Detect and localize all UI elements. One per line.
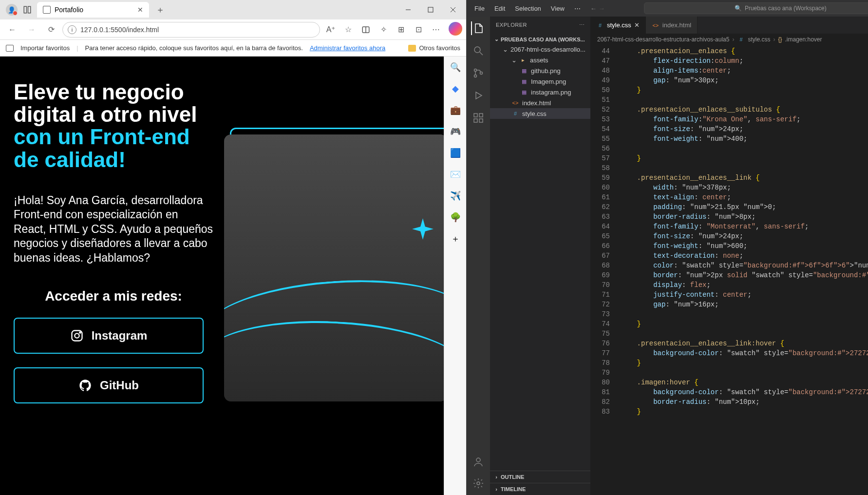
profile-icon[interactable]: 👤: [6, 4, 18, 16]
tree-icon[interactable]: 🌳: [449, 210, 462, 224]
svg-point-10: [79, 332, 80, 333]
breadcrumb-file: style.css: [748, 36, 770, 43]
page-body: Eleve tu negocio digital a otro nivel co…: [0, 57, 444, 495]
search-icon: 🔍: [735, 5, 742, 12]
run-debug-icon[interactable]: [472, 89, 485, 102]
menu-view[interactable]: View: [547, 3, 568, 14]
address-bar[interactable]: i 127.0.0.1:5500/index.html: [62, 22, 320, 38]
outline-section[interactable]: › OUTLINE: [490, 471, 590, 483]
menu-selection[interactable]: Selection: [511, 3, 545, 14]
close-tab-icon[interactable]: ✕: [137, 6, 143, 14]
svg-rect-0: [24, 6, 26, 13]
file-instagram-png[interactable]: ▦ instagram.png: [490, 87, 590, 97]
svg-point-21: [474, 75, 477, 77]
window-controls: [397, 2, 464, 18]
svg-point-9: [75, 333, 79, 338]
assets-folder[interactable]: ⌄ ▸ assets: [490, 55, 590, 65]
split-icon[interactable]: [358, 22, 374, 38]
photo-wrap: [224, 134, 444, 407]
search-activity-icon[interactable]: [472, 44, 485, 57]
explorer-sidebar: EXPLORER ⋯ ⌄ PRUEBAS CASO ANA (WORKS... …: [490, 17, 590, 495]
collections-icon[interactable]: ✧: [376, 22, 391, 38]
breadcrumb[interactable]: 2067-html-css-desarrollo-estructura-arch…: [590, 34, 868, 45]
vscode-titlebar: File Edit Selection View ⋯ ← → 🔍 Pruebas…: [467, 0, 868, 17]
admin-favorites-link[interactable]: Administrar favoritos ahora: [310, 44, 385, 52]
svg-rect-24: [474, 114, 477, 117]
site-info-icon[interactable]: i: [68, 25, 76, 34]
explorer-icon[interactable]: [471, 21, 485, 35]
activity-bar: [467, 17, 490, 495]
plus-sidebar-icon[interactable]: ＋: [449, 232, 462, 246]
image-file-icon: ▦: [520, 88, 528, 96]
back-button[interactable]: ←: [4, 21, 20, 38]
blue-lozenge-icon[interactable]: ◆: [449, 82, 462, 95]
search-sidebar-icon[interactable]: 🔍: [449, 60, 462, 74]
extensions-activity-icon[interactable]: [472, 111, 485, 125]
breadcrumb-folder: 2067-html-css-desarrollo-estructura-arch…: [597, 36, 729, 43]
new-tab-button[interactable]: ＋: [152, 2, 169, 18]
github-link[interactable]: GitHub: [14, 367, 204, 403]
source-control-icon[interactable]: [472, 66, 485, 80]
import-favorites-link[interactable]: Importar favoritos: [20, 44, 70, 52]
more-icon[interactable]: ⋯: [428, 22, 444, 38]
nav-forward-icon[interactable]: →: [599, 5, 605, 12]
file-index-html[interactable]: <> index.html: [490, 97, 590, 108]
file-imagem-png[interactable]: ▦ Imagem.png: [490, 76, 590, 87]
star-icon: [412, 218, 434, 240]
url-text: 127.0.0.1:5500/index.html: [80, 26, 159, 34]
outlook-icon[interactable]: ✉️: [449, 168, 462, 181]
nav-back-icon[interactable]: ←: [590, 5, 597, 12]
forward-button[interactable]: →: [23, 21, 40, 38]
office-icon[interactable]: 🟦: [449, 146, 462, 160]
svg-rect-3: [428, 7, 433, 12]
code-body[interactable]: .presentacion__enlaces { flex-direction:…: [617, 45, 868, 495]
read-aloud-icon[interactable]: A⁺: [323, 22, 339, 38]
tab-style-css[interactable]: # style.css ✕: [590, 17, 646, 34]
file-github-png[interactable]: ▦ github.png: [490, 65, 590, 76]
close-tab-icon[interactable]: ✕: [634, 21, 640, 29]
wallet-icon[interactable]: ⊡: [411, 22, 426, 38]
shopping-icon[interactable]: 💼: [449, 103, 462, 117]
timeline-section[interactable]: › TIMELINE: [490, 483, 590, 495]
workspace-title[interactable]: ⌄ PRUEBAS CASO ANA (WORKS...: [490, 34, 590, 44]
instagram-label: Instagram: [92, 329, 148, 343]
instagram-link[interactable]: Instagram: [14, 318, 204, 354]
explorer-more-icon[interactable]: ⋯: [579, 22, 585, 28]
tab-index-html[interactable]: <> index.html: [646, 17, 698, 34]
workspaces-icon[interactable]: [21, 4, 33, 16]
code-area[interactable]: 4447484950515253545556575859606162636465…: [590, 45, 868, 495]
accounts-icon[interactable]: [472, 455, 485, 469]
tab-portafolio[interactable]: Portafolio ✕: [37, 2, 149, 18]
command-center[interactable]: 🔍 Pruebas caso ana (Workspace): [644, 2, 868, 14]
chevron-right-icon: ›: [494, 486, 499, 492]
menu-more-icon[interactable]: ⋯: [570, 3, 585, 14]
github-icon: [78, 379, 92, 392]
css-file-icon: #: [737, 36, 745, 43]
extensions-icon[interactable]: ⊞: [393, 22, 409, 38]
maximize-button[interactable]: [419, 2, 442, 18]
favorites-hint: Para tener acceso rápido, coloque sus fa…: [85, 44, 303, 52]
menu-edit[interactable]: Edit: [491, 3, 509, 14]
svg-line-19: [480, 52, 483, 55]
copilot-icon[interactable]: [449, 22, 462, 36]
telegram-icon[interactable]: ✈️: [449, 189, 462, 203]
other-favorites-link[interactable]: Otros favoritos: [419, 44, 460, 52]
github-label: GitHub: [100, 379, 139, 392]
svg-point-22: [480, 72, 483, 75]
file-style-css[interactable]: # style.css: [490, 108, 590, 119]
menu-file[interactable]: File: [471, 3, 489, 14]
folder-icon: [408, 45, 416, 52]
image-file-icon: ▦: [520, 77, 528, 85]
settings-gear-icon[interactable]: [472, 476, 485, 490]
refresh-button[interactable]: ⟳: [43, 21, 59, 38]
title-bar-left: 👤: [2, 4, 33, 16]
instagram-icon: [70, 329, 84, 343]
css-file-icon: #: [596, 21, 604, 29]
project-folder[interactable]: ⌄ 2067-html-css-desarrollo...: [490, 44, 590, 55]
minimize-button[interactable]: [397, 2, 419, 18]
favorite-icon[interactable]: ☆: [340, 22, 356, 38]
editor-area: # style.css ✕ <> index.html 2067-html-cs…: [590, 17, 868, 495]
svg-marker-23: [476, 92, 482, 99]
games-icon[interactable]: 🎮: [449, 125, 462, 138]
close-window-button[interactable]: [442, 2, 464, 18]
